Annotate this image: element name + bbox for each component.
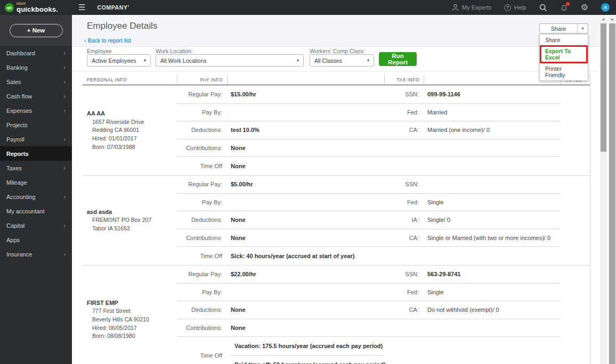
tax-row-value: 099-99-1146 — [424, 86, 561, 104]
employee-name: FIRST EMP — [87, 299, 177, 308]
sidebar-item-label: Expenses — [6, 107, 32, 114]
employee-name: AA AA — [87, 109, 177, 118]
chevron-right-icon: › — [63, 251, 66, 258]
sidebar-item-apps[interactable]: Apps — [0, 233, 72, 247]
chevron-right-icon: › — [63, 64, 66, 71]
notes-cell — [561, 301, 590, 319]
pay-row-label: Regular Pay: — [177, 86, 227, 104]
help-button[interactable]: ? Help — [504, 4, 526, 11]
employee-info-line: 1657 Riverside Drive — [87, 118, 177, 127]
chevron-right-icon: › — [63, 194, 66, 200]
sidebar-item-label: Apps — [6, 237, 20, 243]
menu-item-printer-friendly[interactable]: Printer Friendly — [540, 63, 588, 80]
pay-row-value — [227, 284, 384, 302]
my-experts-label: My Experts — [462, 4, 491, 11]
sidebar-item-banking[interactable]: Banking› — [0, 60, 72, 75]
notes-cell — [561, 211, 590, 229]
run-report-button[interactable]: Run Report — [379, 52, 417, 66]
sidebar-item-label: Banking — [6, 64, 28, 71]
sidebar-item-label: Mileage — [6, 179, 27, 186]
col-header-tax-info: TAX INFO — [384, 75, 424, 85]
time-off-line: Vacation: 175.5 hours/year (accrued each… — [231, 337, 384, 355]
search-icon[interactable] — [539, 4, 547, 12]
notes-cell — [561, 337, 590, 364]
tax-row-value: Married (one income)/ 0 — [424, 121, 561, 139]
sidebar-item-label: Payroll — [6, 136, 25, 143]
notes-cell — [561, 319, 590, 337]
hamburger-menu-icon[interactable]: ☰ — [78, 3, 85, 12]
topbar-actions: My Experts ? Help ⚙ A — [452, 3, 616, 12]
pay-row-value: None — [227, 211, 384, 229]
pay-row-value: test 10.0% — [227, 121, 384, 139]
sidebar-item-projects[interactable]: Projects — [0, 118, 72, 132]
my-experts-button[interactable]: My Experts — [452, 4, 491, 11]
pay-row-value: Vacation: 175.5 hours/year (accrued each… — [227, 337, 384, 364]
menu-item-share[interactable]: Share — [540, 35, 588, 45]
menu-item-export-to-excel[interactable]: Export To Excel — [540, 45, 588, 63]
sidebar-item-accounting[interactable]: Accounting› — [0, 189, 72, 204]
back-to-report-list-link[interactable]: ‹Back to report list — [84, 37, 131, 44]
employee-info-line: Born: 08/08/1980 — [87, 332, 177, 341]
report-header: Employee Details ‹Back to report list Sh… — [72, 15, 600, 47]
pay-row-label: Time Off — [177, 157, 227, 175]
quickbooks-wordmark: quickbooks. — [17, 6, 58, 13]
notes-cell — [561, 194, 590, 212]
sidebar-item-sales[interactable]: Sales› — [0, 75, 72, 89]
tax-row-value: 563-29-8741 — [424, 266, 561, 284]
notes-cell — [561, 266, 590, 284]
sidebar-item-payroll[interactable]: Payroll› — [0, 132, 72, 146]
work-location-filter-value: All Work Locations — [160, 57, 207, 64]
pay-row-label: Pay By: — [177, 194, 227, 212]
col-header-personal-info: PERSONAL INFO — [83, 75, 177, 85]
sidebar-item-expenses[interactable]: Expenses› — [0, 103, 72, 118]
pay-row-value: None — [227, 301, 384, 319]
notes-cell — [561, 157, 590, 175]
notes-cell — [561, 86, 590, 104]
new-button-panel: + New — [0, 15, 72, 46]
sidebar-item-label: Taxes — [6, 165, 22, 171]
sidebar-item-cash-flow[interactable]: Cash flow› — [0, 89, 72, 103]
personal-info-cell: AA AA1657 Riverside DriveRedding CA 9600… — [83, 86, 177, 175]
pay-row-label: Pay By: — [177, 284, 227, 302]
sidebar-item-dashboard[interactable]: Dashboard› — [0, 46, 72, 60]
personal-info-cell: asd asdaFREMONT PO Box 207Tabor IA 51653 — [83, 176, 177, 265]
outer-scrollbar-thumb[interactable] — [609, 23, 615, 364]
comp-class-filter-select[interactable]: All Classes ▾ — [310, 54, 374, 67]
quickbooks-logo[interactable]: qb intuit quickbooks. — [0, 0, 72, 15]
sidebar-item-mileage[interactable]: Mileage — [0, 175, 72, 189]
sidebar-item-reports[interactable]: Reports — [0, 146, 72, 161]
caret-down-icon[interactable]: ▾ — [577, 24, 588, 33]
notification-badge — [566, 2, 570, 6]
caret-down-icon: ▾ — [144, 58, 146, 63]
new-button[interactable]: + New — [10, 24, 63, 37]
inner-scrollbar-thumb[interactable] — [601, 23, 606, 152]
sidebar-item-insurance[interactable]: Insurance› — [0, 247, 72, 261]
sidebar-item-taxes[interactable]: Taxes› — [0, 161, 72, 175]
scroll-up-arrow[interactable]: ▲ — [600, 15, 607, 22]
inner-vertical-scrollbar[interactable]: ▲ — [600, 15, 607, 364]
user-avatar[interactable]: A — [601, 3, 610, 12]
outer-vertical-scrollbar[interactable]: ▲ — [609, 15, 616, 364]
sidebar-item-my-accountant[interactable]: My accountant — [0, 204, 72, 218]
sidebar-item-label: Accounting — [6, 194, 35, 200]
pay-row-label: Contributions: — [177, 319, 227, 337]
tax-row-label: SSN: — [384, 86, 424, 104]
table-body: AA AA1657 Riverside DriveRedding CA 9600… — [83, 85, 590, 364]
work-location-filter-select[interactable]: All Work Locations ▾ — [156, 54, 304, 67]
notifications-button[interactable] — [560, 4, 568, 12]
employee-filter-select[interactable]: Active Employees ▾ — [87, 54, 151, 67]
sidebar-item-label: Cash flow — [6, 93, 32, 100]
tax-row-label — [384, 319, 424, 337]
company-menu[interactable]: COMPANY' — [97, 4, 129, 11]
tax-row-value: Single — [424, 194, 561, 212]
tax-row-label: CA: — [384, 121, 424, 139]
main-content: Employee Details ‹Back to report list Sh… — [72, 15, 600, 364]
pay-row-label: Time Off — [177, 337, 227, 364]
help-label: Help — [514, 4, 526, 11]
top-navigation-bar: qb intuit quickbooks. ☰ COMPANY' My Expe… — [0, 0, 616, 15]
employee-group-asd-asda: asd asdaFREMONT PO Box 207Tabor IA 51653… — [83, 175, 590, 265]
scroll-up-arrow[interactable]: ▲ — [609, 15, 616, 22]
sidebar-item-capital[interactable]: Capital› — [0, 218, 72, 233]
share-dropdown-button[interactable]: Share ▾ — [539, 23, 588, 34]
settings-gear-icon[interactable]: ⚙ — [581, 3, 588, 12]
